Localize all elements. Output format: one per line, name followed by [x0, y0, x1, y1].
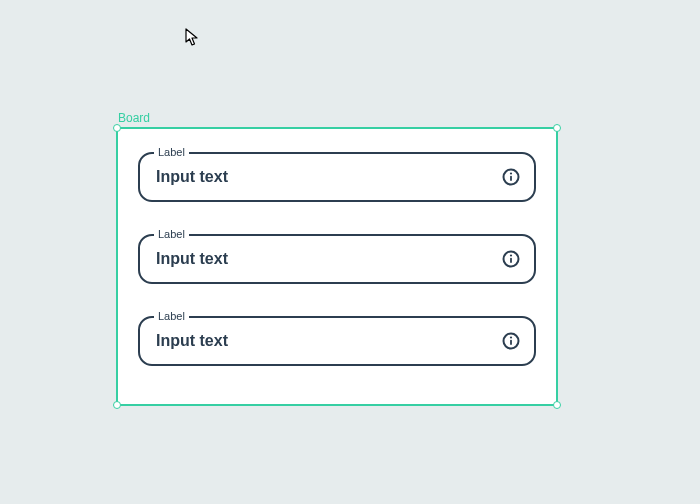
cursor-icon	[185, 28, 201, 50]
board-label: Board	[116, 111, 558, 125]
info-icon[interactable]	[502, 332, 520, 350]
text-field[interactable]: Label Input text	[138, 152, 536, 202]
field-value[interactable]: Input text	[156, 332, 502, 350]
field-label: Label	[154, 310, 189, 323]
resize-handle-bl[interactable]	[113, 401, 121, 409]
info-icon[interactable]	[502, 168, 520, 186]
svg-point-1	[510, 172, 512, 174]
svg-point-4	[510, 254, 512, 256]
board-container: Board Label Input text Label Input text	[116, 111, 558, 406]
field-label: Label	[154, 228, 189, 241]
svg-rect-8	[510, 340, 512, 345]
info-icon[interactable]	[502, 250, 520, 268]
resize-handle-tr[interactable]	[553, 124, 561, 132]
svg-rect-2	[510, 176, 512, 181]
text-field[interactable]: Label Input text	[138, 316, 536, 366]
board-selected-frame[interactable]: Label Input text Label Input text Label …	[116, 127, 558, 406]
resize-handle-tl[interactable]	[113, 124, 121, 132]
field-value[interactable]: Input text	[156, 250, 502, 268]
text-field[interactable]: Label Input text	[138, 234, 536, 284]
resize-handle-br[interactable]	[553, 401, 561, 409]
field-label: Label	[154, 146, 189, 159]
svg-rect-5	[510, 258, 512, 263]
svg-point-7	[510, 336, 512, 338]
field-value[interactable]: Input text	[156, 168, 502, 186]
